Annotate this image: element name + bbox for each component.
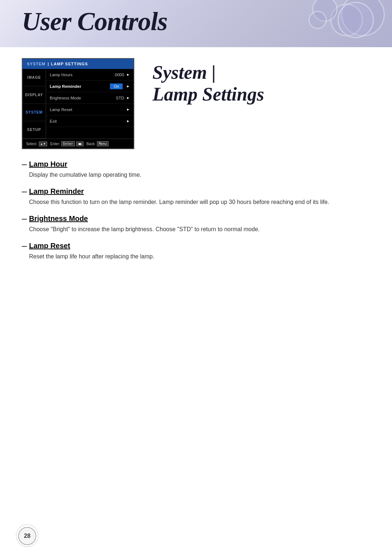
osd-menu-panel: SYSTEM | LAMP SETTINGS IMAGE DISPLAY SYS…: [22, 58, 138, 149]
osd-enter-arrows-icon: ◀▶: [76, 142, 83, 146]
arrow-right-icon: ►: [126, 73, 130, 77]
osd-header-system-label: SYSTEM: [27, 62, 45, 66]
osd-header-separator: |: [48, 62, 49, 66]
osd-row-lamp-reminder-value: On: [110, 83, 123, 89]
osd-footer-back: Back: Menu: [86, 141, 109, 146]
sidebar-item-setup[interactable]: SETUP: [23, 121, 46, 139]
system-title-line2: Lamp Settings: [152, 83, 370, 105]
desc-brightness-mode-heading: Brightness Mode: [22, 214, 370, 223]
page-title: User Controls: [22, 7, 167, 37]
osd-row-lamp-hours-value: 0000: [115, 73, 124, 77]
main-content: SYSTEM | LAMP SETTINGS IMAGE DISPLAY SYS…: [0, 47, 392, 149]
desc-lamp-reminder-heading: Lamp Reminder: [22, 187, 370, 196]
osd-enter-key: Enter: [61, 141, 75, 146]
osd-row-lamp-reminder[interactable]: Lamp Reminder On ►: [46, 81, 134, 92]
osd-body: IMAGE DISPLAY SYSTEM SETUP Lamp Hours 00…: [23, 69, 134, 139]
osd-row-lamp-hours[interactable]: Lamp Hours 0000 ►: [46, 69, 134, 81]
descriptions-section: Lamp Hour Display the cumulative lamp op…: [0, 149, 392, 261]
desc-lamp-reminder: Lamp Reminder Choose this function to tu…: [22, 187, 370, 207]
arrow-right-icon: ►: [126, 96, 130, 100]
right-panel: System | Lamp Settings: [152, 58, 370, 149]
desc-lamp-reset-text: Reset the lamp life hour after replacing…: [22, 252, 370, 261]
osd-row-exit-label: Exit: [50, 119, 124, 123]
desc-lamp-reset-heading: Lamp Reset: [22, 242, 370, 250]
osd-footer-enter: Enter: Enter ◀▶: [50, 141, 83, 146]
osd-row-brightness-mode-value: STD: [116, 96, 124, 100]
desc-brightness-mode: Brightness Mode Choose "Bright" to incre…: [22, 214, 370, 234]
desc-lamp-reset: Lamp Reset Reset the lamp life hour afte…: [22, 242, 370, 261]
osd-select-arrows-icon: ▲▼: [39, 142, 48, 146]
desc-lamp-hour-text: Display the cumulative lamp operating ti…: [22, 171, 370, 179]
sidebar-item-display[interactable]: DISPLAY: [23, 86, 46, 104]
osd-row-exit[interactable]: Exit ►: [46, 115, 134, 127]
desc-brightness-mode-text: Choose "Bright" to increase the lamp bri…: [22, 225, 370, 234]
osd-main-menu: Lamp Hours 0000 ► Lamp Reminder On ► Bri…: [46, 69, 134, 139]
page-number: 28: [18, 527, 36, 545]
arrow-right-icon: ►: [126, 84, 130, 88]
osd-footer-enter-label: Enter:: [50, 142, 60, 146]
osd-back-key: Menu: [97, 141, 109, 146]
arrow-right-icon: ►: [126, 119, 130, 123]
desc-lamp-reminder-text: Choose this function to turn on the lamp…: [22, 198, 370, 207]
osd-row-lamp-reset[interactable]: Lamp Reset ►: [46, 104, 134, 115]
header: User Controls: [0, 0, 392, 47]
osd-header: SYSTEM | LAMP SETTINGS: [23, 59, 134, 69]
osd-footer-select-label: Select:: [26, 142, 37, 146]
osd-row-brightness-mode[interactable]: Brightness Mode STD ►: [46, 92, 134, 104]
osd-row-lamp-reminder-label: Lamp Reminder: [50, 84, 110, 89]
system-lamp-settings-title: System | Lamp Settings: [152, 62, 370, 105]
system-title-line1: System |: [152, 62, 370, 83]
osd-footer-back-label: Back:: [86, 142, 95, 146]
desc-lamp-hour: Lamp Hour Display the cumulative lamp op…: [22, 160, 370, 179]
osd-row-brightness-mode-label: Brightness Mode: [50, 96, 116, 100]
sidebar-item-system[interactable]: SYSTEM: [23, 104, 46, 121]
header-decoration: [276, 0, 392, 47]
sidebar-item-image[interactable]: IMAGE: [23, 69, 46, 86]
arrow-right-icon: ►: [126, 107, 130, 111]
osd-row-lamp-reset-label: Lamp Reset: [50, 107, 124, 112]
osd-row-lamp-hours-label: Lamp Hours: [50, 73, 115, 77]
osd-header-lamp-label: LAMP SETTINGS: [51, 62, 88, 66]
desc-lamp-hour-heading: Lamp Hour: [22, 160, 370, 168]
osd-footer: Select: ▲▼ Enter: Enter ◀▶ Back: Menu: [23, 139, 134, 148]
osd-sidebar: IMAGE DISPLAY SYSTEM SETUP: [23, 69, 46, 139]
osd-footer-select: Select: ▲▼: [26, 142, 47, 146]
osd-menu: SYSTEM | LAMP SETTINGS IMAGE DISPLAY SYS…: [22, 58, 134, 149]
